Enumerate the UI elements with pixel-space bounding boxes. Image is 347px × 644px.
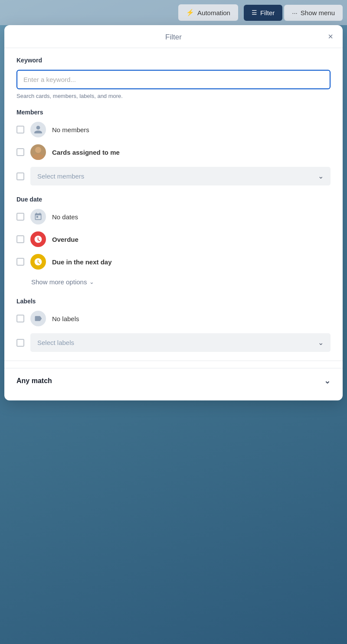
ellipsis-icon: ···	[292, 9, 298, 16]
any-match-label: Any match	[16, 377, 52, 385]
due-next-day-label: Due in the next day	[52, 258, 112, 266]
any-match-select[interactable]: Any match ⌄	[4, 368, 343, 394]
members-section: Members No members Cards assigned to me	[16, 109, 331, 185]
automation-label: Automation	[197, 9, 230, 16]
footer-divider	[4, 361, 343, 361]
toolbar: ⚡ Automation ☰ Filter ··· Show menu	[0, 0, 347, 25]
calendar-icon-circle	[30, 209, 46, 224]
show-more-options-button[interactable]: Show more options ⌄	[31, 276, 94, 287]
no-dates-checkbox[interactable]	[16, 213, 24, 221]
any-match-chevron-icon: ⌄	[324, 376, 331, 386]
select-members-placeholder: Select members	[37, 172, 84, 180]
no-labels-row: No labels	[16, 311, 331, 326]
label-icon-circle	[30, 311, 46, 326]
filter-panel: Filter × Keyword Search cards, members, …	[4, 25, 343, 400]
clock-yellow-icon	[34, 257, 43, 266]
chevron-down-icon: ⌄	[318, 172, 324, 180]
calendar-icon	[34, 212, 43, 221]
overdue-label: Overdue	[52, 236, 79, 243]
due-next-day-icon-circle	[30, 254, 46, 270]
toolbar-divider	[241, 6, 241, 19]
overdue-row: Overdue	[16, 231, 331, 247]
keyword-hint: Search cards, members, labels, and more.	[16, 93, 331, 99]
no-dates-row: No dates	[16, 209, 331, 224]
show-menu-button[interactable]: ··· Show menu	[284, 5, 343, 21]
select-members-checkbox[interactable]	[16, 172, 24, 180]
keyword-input[interactable]	[16, 70, 331, 89]
show-more-label: Show more options	[31, 278, 87, 286]
due-date-section: Due date No dates Overd	[16, 196, 331, 287]
assigned-to-me-row: Cards assigned to me	[16, 144, 331, 160]
filter-body: Keyword Search cards, members, labels, a…	[4, 48, 343, 352]
no-dates-label: No dates	[52, 213, 78, 221]
no-labels-label: No labels	[52, 315, 79, 322]
select-labels-placeholder: Select labels	[37, 339, 74, 346]
automation-icon: ⚡	[186, 9, 194, 16]
assigned-to-me-label: Cards assigned to me	[52, 149, 120, 156]
close-icon: ×	[328, 32, 333, 41]
labels-section: Labels No labels Select labels ⌄	[16, 298, 331, 352]
filter-header: Filter ×	[4, 25, 343, 48]
keyword-section-label: Keyword	[16, 57, 331, 64]
select-labels-row: Select labels ⌄	[16, 333, 331, 352]
filter-label: Filter	[260, 9, 275, 16]
select-labels-dropdown[interactable]: Select labels ⌄	[30, 333, 331, 352]
no-labels-checkbox[interactable]	[16, 315, 24, 322]
members-section-label: Members	[16, 109, 331, 116]
select-members-row: Select members ⌄	[16, 167, 331, 185]
user-avatar	[30, 144, 46, 160]
no-members-row: No members	[16, 122, 331, 137]
person-icon	[33, 125, 43, 134]
close-button[interactable]: ×	[326, 30, 335, 42]
labels-section-label: Labels	[16, 298, 331, 305]
assigned-to-me-checkbox[interactable]	[16, 148, 24, 156]
overdue-checkbox[interactable]	[16, 235, 24, 243]
chevron-down-icon: ⌄	[318, 338, 324, 347]
automation-button[interactable]: ⚡ Automation	[178, 4, 238, 21]
no-members-checkbox[interactable]	[16, 126, 24, 133]
label-icon	[34, 314, 43, 323]
select-labels-checkbox[interactable]	[16, 339, 24, 347]
due-next-day-row: Due in the next day	[16, 254, 331, 270]
filter-button[interactable]: ☰ Filter	[244, 5, 282, 21]
select-members-dropdown[interactable]: Select members ⌄	[30, 167, 331, 185]
due-next-day-checkbox[interactable]	[16, 258, 24, 266]
keyword-section: Keyword Search cards, members, labels, a…	[16, 57, 331, 99]
filter-title: Filter	[13, 33, 334, 42]
filter-icon: ☰	[252, 9, 257, 16]
overdue-icon-circle	[30, 231, 46, 247]
no-members-avatar	[30, 122, 46, 137]
chevron-down-icon: ⌄	[89, 279, 94, 285]
due-date-section-label: Due date	[16, 196, 331, 203]
clock-icon	[34, 235, 43, 244]
show-menu-label: Show menu	[301, 9, 335, 16]
no-members-label: No members	[52, 126, 89, 133]
